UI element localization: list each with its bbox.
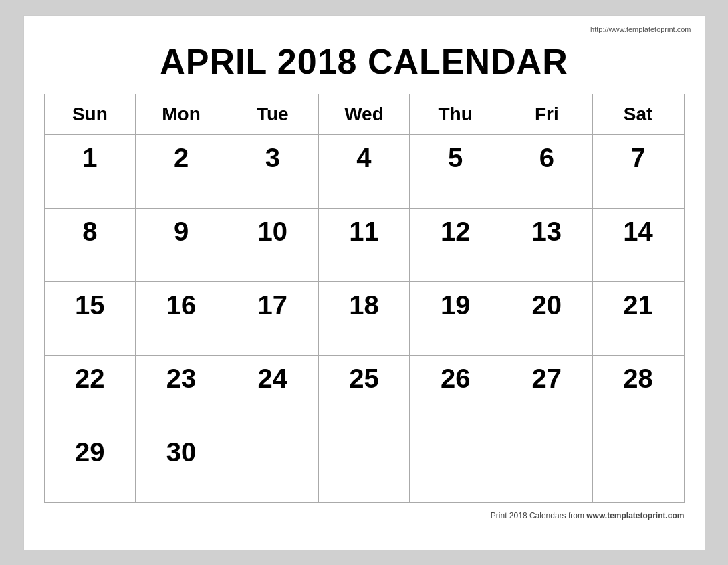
calendar-day-10: 10: [227, 208, 318, 281]
calendar-day-8: 8: [44, 208, 136, 281]
footer-text: Print 2018 Calendars from: [491, 511, 586, 520]
footer-link: www.templatetoprint.com: [586, 511, 684, 520]
calendar-day-19: 19: [410, 281, 501, 355]
day-header-mon: Mon: [136, 94, 227, 134]
calendar-day-16: 16: [136, 281, 227, 355]
calendar-day-28: 28: [592, 355, 684, 429]
calendar-day-17: 17: [227, 281, 318, 355]
calendar-day-23: 23: [136, 355, 227, 429]
calendar-day-empty: [318, 429, 410, 502]
calendar-page: http://www.templatetoprint.com APRIL 201…: [23, 15, 705, 550]
calendar-day-4: 4: [318, 134, 410, 208]
watermark-top: http://www.templatetoprint.com: [590, 25, 691, 33]
calendar-header-row: SunMonTueWedThuFriSat: [44, 94, 684, 134]
day-header-thu: Thu: [410, 94, 501, 134]
day-header-tue: Tue: [227, 94, 318, 134]
day-header-fri: Fri: [501, 94, 593, 134]
calendar-week-row: 22232425262728: [44, 355, 684, 429]
calendar-day-7: 7: [592, 134, 684, 208]
calendar-day-12: 12: [410, 208, 501, 281]
calendar-day-empty: [592, 429, 684, 502]
calendar-day-25: 25: [318, 355, 410, 429]
calendar-day-22: 22: [44, 355, 136, 429]
calendar-day-29: 29: [44, 429, 136, 502]
calendar-day-empty: [501, 429, 593, 502]
calendar-day-14: 14: [592, 208, 684, 281]
footer: Print 2018 Calendars from www.templateto…: [44, 511, 685, 520]
calendar-day-empty: [227, 429, 318, 502]
calendar-day-1: 1: [44, 134, 136, 208]
calendar-week-row: 891011121314: [44, 208, 684, 281]
calendar-week-row: 2930: [44, 429, 684, 502]
calendar-day-15: 15: [44, 281, 136, 355]
calendar-day-26: 26: [410, 355, 501, 429]
calendar-day-30: 30: [136, 429, 227, 502]
calendar-day-6: 6: [501, 134, 593, 208]
day-header-sun: Sun: [44, 94, 136, 134]
calendar-day-5: 5: [410, 134, 501, 208]
calendar-day-13: 13: [501, 208, 593, 281]
calendar-week-row: 1234567: [44, 134, 684, 208]
calendar-title: APRIL 2018 CALENDAR: [44, 41, 685, 82]
calendar-table: SunMonTueWedThuFriSat 123456789101112131…: [44, 94, 685, 503]
calendar-day-11: 11: [318, 208, 410, 281]
calendar-day-24: 24: [227, 355, 318, 429]
day-header-sat: Sat: [592, 94, 684, 134]
calendar-day-empty: [410, 429, 501, 502]
day-header-wed: Wed: [318, 94, 410, 134]
calendar-day-9: 9: [136, 208, 227, 281]
calendar-day-18: 18: [318, 281, 410, 355]
calendar-day-2: 2: [136, 134, 227, 208]
calendar-week-row: 15161718192021: [44, 281, 684, 355]
calendar-day-3: 3: [227, 134, 318, 208]
calendar-day-27: 27: [501, 355, 593, 429]
calendar-day-21: 21: [592, 281, 684, 355]
calendar-day-20: 20: [501, 281, 593, 355]
